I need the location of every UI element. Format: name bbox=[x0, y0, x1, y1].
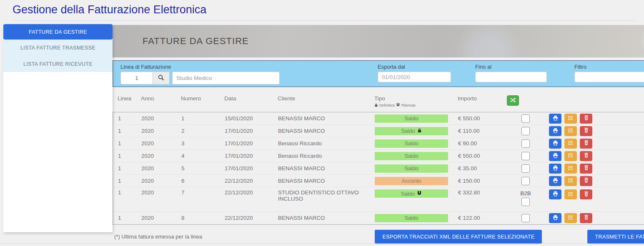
cell-tipo: Saldo bbox=[370, 152, 453, 160]
cell-select bbox=[502, 212, 544, 224]
layout: FATTURE DA GESTIRE LISTA FATTURE TRASMES… bbox=[0, 24, 644, 244]
table-row: 1 2020 5 17/01/2020 BENASSI MARCO Saldo … bbox=[113, 162, 644, 175]
field-linea-di-fatturazione: Linea di Fatturazione bbox=[120, 64, 280, 82]
print-button[interactable] bbox=[549, 164, 561, 174]
cell-numero: 4 bbox=[176, 153, 220, 159]
table-row: 1 2020 3 17/01/2020 Benassi Riccardo Sal… bbox=[113, 137, 644, 150]
cell-data: 22/12/2020 bbox=[220, 215, 273, 221]
sidebar-item-fatture-da-gestire[interactable]: FATTURE DA GESTIRE bbox=[3, 24, 113, 40]
delete-button[interactable] bbox=[580, 189, 592, 199]
cell-linea: 1 bbox=[113, 187, 136, 196]
field-esporta-dal: Esporta dal bbox=[378, 64, 451, 82]
print-button[interactable] bbox=[549, 126, 561, 136]
delete-button[interactable] bbox=[580, 213, 592, 223]
print-button[interactable] bbox=[549, 114, 561, 124]
cell-actions bbox=[544, 187, 644, 199]
sidebar-item-lista-fatture-trasmesse[interactable]: LISTA FATTURE TRASMESSE bbox=[3, 40, 113, 56]
row-checkbox[interactable] bbox=[521, 139, 530, 148]
transmit-button[interactable]: TRASMETTI LE FATTURE SELEZIONATE bbox=[587, 230, 644, 244]
delete-button[interactable] bbox=[580, 139, 592, 149]
legend-definitiva-label: Definitiva bbox=[379, 103, 395, 107]
cell-anno: 2020 bbox=[136, 153, 176, 159]
cell-tipo: Acconto bbox=[370, 177, 453, 185]
esporta-dal-label: Esporta dal bbox=[378, 64, 451, 70]
edit-button[interactable] bbox=[564, 151, 577, 161]
cell-actions bbox=[544, 126, 644, 136]
col-header-cliente: Cliente bbox=[273, 95, 369, 102]
print-button[interactable] bbox=[549, 213, 561, 223]
edit-icon bbox=[568, 191, 573, 198]
print-button[interactable] bbox=[549, 189, 561, 199]
tipo-legend: Definitiva Ritenuta bbox=[374, 103, 453, 108]
main-content: FATTURE DA GESTIRE Linea di Fatturazione bbox=[113, 24, 644, 244]
printer-icon bbox=[553, 165, 558, 172]
table-row: 1 2020 2 17/01/2020 BENASSI MARCO Saldo … bbox=[113, 125, 644, 137]
edit-button[interactable] bbox=[564, 139, 577, 149]
delete-button[interactable] bbox=[580, 126, 592, 136]
cell-tipo: Saldo bbox=[370, 187, 453, 198]
delete-button[interactable] bbox=[580, 164, 592, 174]
print-button[interactable] bbox=[549, 151, 561, 161]
row-checkbox[interactable] bbox=[521, 152, 530, 160]
cell-linea: 1 bbox=[113, 165, 136, 171]
shuffle-export-button[interactable] bbox=[507, 95, 519, 106]
cell-importo: € 122.00 bbox=[453, 215, 502, 221]
field-fino-al: Fino al bbox=[475, 64, 547, 82]
row-checkbox[interactable] bbox=[521, 114, 530, 123]
cell-anno: 2020 bbox=[136, 115, 176, 122]
page-bottom-divider bbox=[0, 244, 644, 244]
edit-button[interactable] bbox=[564, 189, 577, 199]
row-checkbox[interactable] bbox=[521, 177, 530, 185]
cell-anno: 2020 bbox=[136, 165, 176, 171]
edit-button[interactable] bbox=[564, 126, 577, 136]
linea-name-input[interactable] bbox=[172, 72, 280, 84]
table-row: 1 2020 7 22/12/2020 STUDIO DENTISTICO OT… bbox=[113, 187, 644, 212]
cell-tipo: Saldo bbox=[370, 214, 453, 222]
fino-al-input[interactable] bbox=[475, 72, 547, 82]
delete-button[interactable] bbox=[580, 151, 592, 161]
edit-icon bbox=[568, 115, 573, 122]
export-xml-button[interactable]: ESPORTA TRACCIATI XML DELLE FATTURE SELE… bbox=[375, 230, 542, 244]
cell-cliente: Benassi Riccardo bbox=[273, 140, 370, 147]
linea-label: Linea di Fatturazione bbox=[120, 64, 280, 70]
tipo-badge: Saldo bbox=[375, 139, 448, 148]
cell-data: 17/01/2020 bbox=[220, 128, 273, 134]
cell-tipo: Saldo bbox=[370, 139, 453, 148]
cell-anno: 2020 bbox=[136, 178, 176, 184]
delete-button[interactable] bbox=[580, 176, 592, 186]
edit-button[interactable] bbox=[564, 164, 577, 174]
table-row: 1 2020 1 15/01/2020 BENASSI MARCO Saldo … bbox=[113, 112, 644, 125]
tipo-badge: Saldo bbox=[375, 114, 448, 123]
row-checkbox[interactable] bbox=[521, 127, 530, 135]
page-title: Gestione della Fatturazione Elettronica bbox=[0, 0, 644, 16]
row-checkbox[interactable] bbox=[521, 198, 530, 206]
cell-numero: 7 bbox=[176, 187, 220, 196]
lock-icon bbox=[417, 128, 422, 134]
edit-button[interactable] bbox=[564, 114, 577, 124]
cell-data: 15/01/2020 bbox=[220, 115, 273, 122]
filtro-input[interactable] bbox=[574, 72, 644, 82]
edit-button[interactable] bbox=[564, 213, 577, 223]
delete-button[interactable] bbox=[580, 114, 592, 124]
search-button[interactable] bbox=[153, 72, 170, 84]
row-checkbox[interactable] bbox=[521, 164, 530, 173]
sidebar-item-label: FATTURE DA GESTIRE bbox=[29, 29, 87, 35]
sidebar-item-lista-fatture-ricevute[interactable]: LISTA FATTURE RICEVUTE bbox=[3, 56, 113, 72]
cell-anno: 2020 bbox=[136, 187, 176, 196]
cell-importo: € 90.00 bbox=[453, 140, 502, 147]
cell-linea: 1 bbox=[113, 215, 136, 221]
row-checkbox[interactable] bbox=[521, 214, 530, 222]
printer-icon bbox=[553, 178, 558, 184]
print-button[interactable] bbox=[549, 176, 561, 186]
print-button[interactable] bbox=[549, 139, 561, 149]
cell-linea: 1 bbox=[113, 140, 136, 147]
linea-code-input[interactable] bbox=[120, 72, 153, 84]
tipo-badge: Saldo bbox=[375, 189, 448, 198]
invoice-table-body: 1 2020 1 15/01/2020 BENASSI MARCO Saldo … bbox=[113, 112, 644, 225]
sidebar-item-label: LISTA FATTURE RICEVUTE bbox=[23, 61, 93, 67]
printer-icon bbox=[553, 128, 558, 134]
table-header-row: Linea Anno Numero Data Cliente Tipo Defi… bbox=[113, 95, 644, 112]
esporta-dal-input[interactable] bbox=[378, 72, 451, 82]
cell-anno: 2020 bbox=[136, 215, 176, 221]
edit-button[interactable] bbox=[564, 176, 577, 186]
